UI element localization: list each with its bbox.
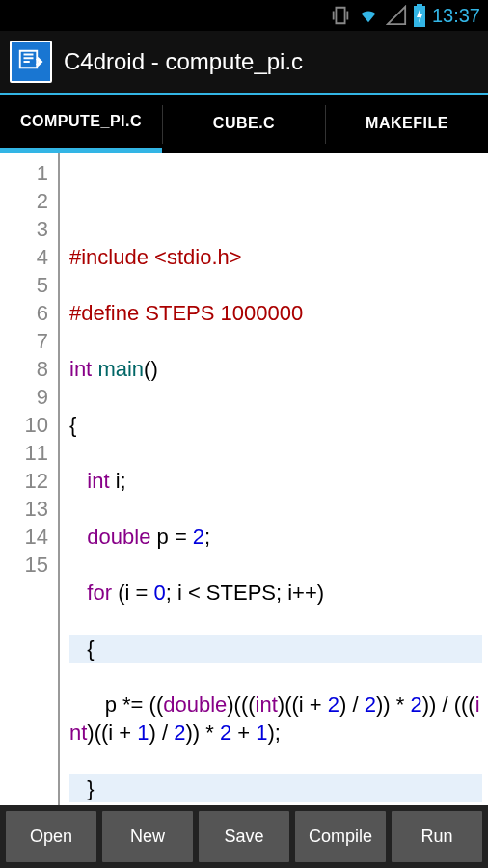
tab-compute-pi[interactable]: COMPUTE_PI.C — [0, 95, 162, 153]
line-gutter: 1 2 3 4 5 6 7 8 9 10 11 12 13 14 15 — [0, 153, 60, 805]
wifi-icon — [357, 5, 380, 26]
battery-icon — [413, 4, 426, 27]
run-button[interactable]: Run — [392, 811, 482, 862]
tab-cube[interactable]: CUBE.C — [163, 95, 325, 153]
status-time: 13:37 — [432, 5, 480, 27]
compile-button[interactable]: Compile — [295, 811, 386, 862]
app-icon[interactable] — [10, 41, 52, 83]
status-bar: 13:37 — [0, 0, 488, 31]
app-title: C4droid - compute_pi.c — [64, 48, 303, 75]
save-button[interactable]: Save — [199, 811, 289, 862]
bottom-toolbar: Open New Save Compile Run — [0, 805, 488, 868]
signal-icon — [386, 5, 407, 26]
open-button[interactable]: Open — [6, 811, 96, 862]
new-button[interactable]: New — [102, 811, 193, 862]
code-area[interactable]: #include <stdio.h> #define STEPS 1000000… — [60, 153, 488, 805]
code-editor[interactable]: 1 2 3 4 5 6 7 8 9 10 11 12 13 14 15 #inc… — [0, 153, 488, 805]
svg-rect-1 — [417, 4, 422, 6]
tab-makefile[interactable]: MAKEFILE — [326, 95, 488, 153]
vibrate-icon — [330, 5, 351, 26]
tab-bar: COMPUTE_PI.C CUBE.C MAKEFILE — [0, 95, 488, 153]
app-bar: C4droid - compute_pi.c — [0, 31, 488, 93]
